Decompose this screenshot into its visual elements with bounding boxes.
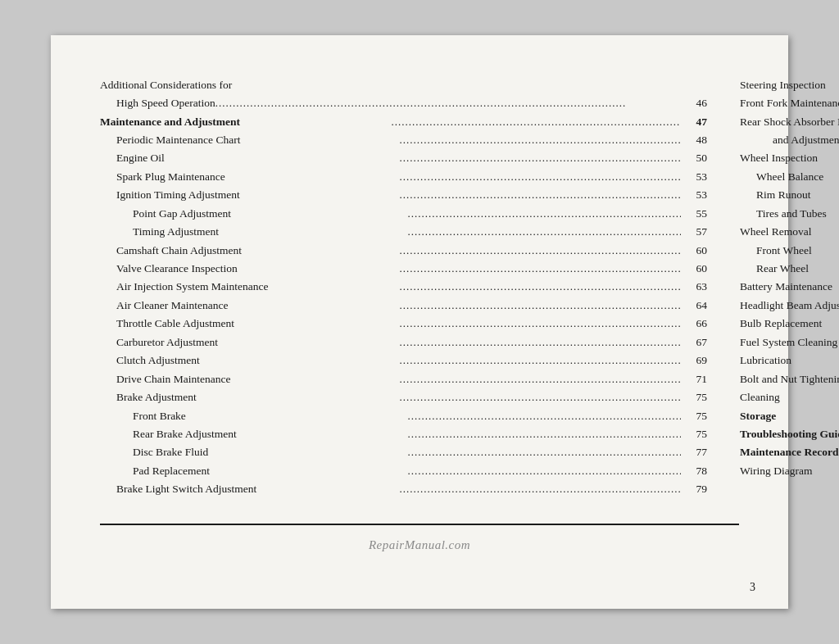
toc-entry-text: Headlight Beam Adjustment	[740, 297, 839, 315]
toc-entry-text: Ignition Timing Adjustment	[100, 186, 398, 204]
toc-entry: Pad Replacement78	[100, 462, 707, 480]
toc-page-num: 78	[683, 462, 707, 480]
toc-entry: Point Gap Adjustment55	[100, 205, 707, 223]
toc-entry-text: Tires and Tubes	[740, 205, 839, 223]
toc-page-num: 75	[683, 425, 707, 443]
toc-entry-text: Carburetor Adjustment	[100, 333, 398, 351]
toc-page-num: 48	[683, 131, 707, 149]
toc-page-num: 46	[683, 94, 707, 112]
toc-entry: Brake Adjustment75	[100, 388, 707, 406]
toc-entry: Steering Inspection80	[740, 76, 839, 94]
toc-entry: Brake Light Switch Adjustment79	[100, 480, 707, 498]
toc-entry-text: Battery Maintenance	[740, 278, 839, 296]
toc-entry-text: Wheel Inspection	[740, 149, 839, 167]
toc-entry-text: Brake Adjustment	[100, 388, 398, 406]
toc-page-num: 53	[683, 186, 707, 204]
toc-entry: Tires and Tubes83	[740, 205, 839, 223]
toc-entry-text: Camshaft Chain Adjustment	[100, 242, 398, 260]
toc-entry: Front Fork Maintenance80	[740, 94, 839, 112]
toc-entry: Wheel Balance82	[740, 168, 839, 186]
toc-page-num: 66	[683, 315, 707, 333]
toc-entry-text: Maintenance Record	[740, 443, 839, 461]
toc-page-num: 50	[683, 149, 707, 167]
toc-entry: Ignition Timing Adjustment53	[100, 186, 707, 204]
toc-entry-text: and Adjustment	[740, 131, 839, 149]
toc-entry-text: Disc Brake Fluid	[100, 443, 406, 461]
divider	[100, 524, 739, 525]
footer: RepairManual.com	[100, 532, 739, 552]
toc-entry: Rear Wheel88	[740, 260, 839, 278]
toc-entry-line1: Additional Considerations for	[100, 76, 707, 94]
toc-page-num: 47	[683, 113, 707, 131]
toc-page-num: 63	[683, 278, 707, 296]
toc-entry: Periodic Maintenance Chart48	[100, 131, 707, 149]
toc-entry: Front Wheel85	[740, 242, 839, 260]
toc-entry-text: Front Wheel	[740, 242, 839, 260]
toc-entry-text: Throttle Cable Adjustment	[100, 315, 398, 333]
toc-entry: Rim Runout82	[740, 186, 839, 204]
toc-entry-text: Clutch Adjustment	[100, 351, 398, 370]
toc-entry: Storage110	[740, 407, 839, 425]
toc-multiline2-entry: Rear Shock Absorber Inspectionand Adjust…	[740, 113, 839, 150]
right-column: Steering Inspection80Front Fork Maintena…	[740, 76, 839, 499]
toc-entry-text: Bolt and Nut Tightening	[740, 370, 839, 388]
toc-page-num: 55	[683, 205, 707, 223]
toc-page-num: 71	[683, 370, 707, 388]
toc-entry: Air Cleaner Maintenance64	[100, 297, 707, 315]
toc-entry: Wheel Removal85	[740, 223, 839, 241]
toc-entry: Maintenance and Adjustment47	[100, 113, 707, 131]
toc-entry-line2: High Speed Operation	[100, 94, 215, 112]
toc-entry: Front Brake75	[100, 407, 707, 425]
toc-entry-text: Troubleshooting Guide	[740, 425, 839, 443]
toc-entry-text: Front Brake	[100, 407, 406, 425]
toc-entry-text: Front Fork Maintenance	[740, 94, 839, 112]
toc-entry-text: Brake Light Switch Adjustment	[100, 480, 398, 498]
toc-entry-text: Valve Clearance Inspection	[100, 260, 398, 278]
toc-entry: Drive Chain Maintenance71	[100, 370, 707, 388]
toc-dots	[215, 94, 683, 112]
toc-entry: Clutch Adjustment69	[100, 351, 707, 370]
toc-entry: Fuel System Cleaning99	[740, 333, 839, 351]
footer-logo: RepairManual.com	[369, 538, 470, 552]
toc-entry: Disc Brake Fluid77	[100, 443, 707, 461]
toc-entry-text: Point Gap Adjustment	[100, 205, 406, 223]
toc-page-num: 64	[683, 297, 707, 315]
toc-entry-text: Wheel Balance	[740, 168, 839, 186]
toc-entry: Timing Adjustment57	[100, 223, 707, 241]
toc-entry: Troubleshooting Guide112	[740, 425, 839, 443]
toc-page-num: 75	[683, 407, 707, 425]
toc-entry-text: Wiring Diagram	[740, 462, 839, 480]
toc-entry: Lubrication100	[740, 351, 839, 370]
toc-entry-text: Bulb Replacement	[740, 315, 839, 333]
content-area: Additional Considerations forHigh Speed …	[100, 76, 739, 499]
toc-page-num: 60	[683, 260, 707, 278]
page-number: 3	[750, 581, 755, 594]
toc-entry: Battery Maintenance92	[740, 278, 839, 296]
toc-entry-text: Storage	[740, 407, 839, 425]
toc-entry-text: Steering Inspection	[740, 76, 839, 94]
toc-page-num: 75	[683, 388, 707, 406]
toc-entry: Bulb Replacement97	[740, 315, 839, 333]
toc-page-num: 60	[683, 242, 707, 260]
toc-entry: Engine Oil50	[100, 149, 707, 167]
toc-entry-text: Pad Replacement	[100, 462, 406, 480]
toc-entry-text: Rear Brake Adjustment	[100, 425, 406, 443]
toc-entry-text: Rim Runout	[740, 186, 839, 204]
toc-entry: Throttle Cable Adjustment66	[100, 315, 707, 333]
toc-entry-text: Air Injection System Maintenance	[100, 278, 398, 296]
manual-page: Additional Considerations forHigh Speed …	[51, 35, 788, 609]
toc-entry: Wheel Inspection82	[740, 149, 839, 167]
toc-entry: Cleaning109	[740, 388, 839, 406]
toc-entry: Carburetor Adjustment67	[100, 333, 707, 351]
toc-entry-text: Spark Plug Maintenance	[100, 168, 398, 186]
toc-page-num: 57	[683, 223, 707, 241]
left-column: Additional Considerations forHigh Speed …	[100, 76, 707, 499]
toc-entry: Bolt and Nut Tightening106	[740, 370, 839, 388]
toc-entry-text: Rear Wheel	[740, 260, 839, 278]
toc-page-num: 53	[683, 168, 707, 186]
toc-multiline-entry: Additional Considerations forHigh Speed …	[100, 76, 707, 113]
toc-page-num: 67	[683, 333, 707, 351]
toc-page-num: 79	[683, 480, 707, 498]
toc-page-num: 77	[683, 443, 707, 461]
toc-entry-text: Lubrication	[740, 351, 839, 370]
